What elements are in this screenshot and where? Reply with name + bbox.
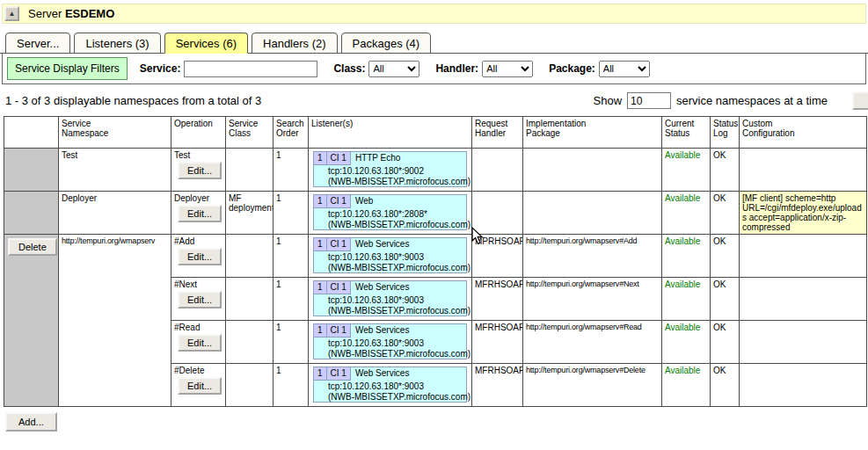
search-order-cell: 1: [274, 321, 309, 364]
listener-conversation: CI 1: [326, 280, 351, 294]
handler-filter-select[interactable]: All: [482, 61, 533, 77]
operation-cell: Test Edit...: [171, 149, 226, 192]
listener-endpoint: tcp:10.120.63.180*:2808*: [314, 208, 466, 219]
custom-configuration-cell: [740, 321, 867, 364]
operation-cell: #Delete Edit...: [171, 364, 226, 407]
operation-cell: Deployer Edit...: [171, 192, 226, 235]
server-name: ESDEMO: [65, 7, 114, 20]
operation-name: #Add: [174, 236, 222, 246]
edit-button[interactable]: Edit...: [178, 205, 222, 222]
column-header-implementation-package: Implementation Package: [523, 117, 662, 149]
listeners-cell: 1 CI 1 Web Services tcp:10.120.63.180*:9…: [309, 278, 472, 321]
listener-endpoint: tcp:10.120.63.180*:9003: [314, 294, 466, 305]
column-header-listeners: Listener(s): [309, 117, 472, 149]
listener-index: 1: [313, 237, 327, 251]
search-order-cell: 1: [274, 364, 309, 407]
add-service-button[interactable]: Add...: [5, 412, 57, 432]
filter-panel-label: Service Display Filters: [7, 57, 128, 80]
edit-button[interactable]: Edit...: [178, 377, 222, 395]
current-status-cell: Available: [662, 235, 711, 278]
namespace-cell: Test: [59, 149, 171, 192]
server-titlebar: ▲ Server ESDEMO: [2, 4, 866, 24]
custom-configuration-cell: [740, 364, 867, 407]
actions-cell: Delete: [4, 235, 59, 407]
implementation-package-cell: http://tempuri.org/wmapserv#Delete: [523, 364, 662, 407]
listener-index: 1: [313, 194, 327, 208]
handler-filter-label: Handler:: [435, 62, 478, 75]
status-log-cell: OK: [711, 149, 740, 192]
listener-name: Web Services: [351, 238, 414, 251]
listener-box: 1 CI 1 HTTP Echo tcp:10.120.63.180*:9002…: [313, 151, 467, 187]
column-header-operation: Operation: [171, 117, 226, 149]
implementation-package-cell: http://tempuri.org/wmapserv#Add: [523, 235, 662, 278]
implementation-package-cell: http://tempuri.org/wmapserv#Next: [523, 278, 662, 321]
custom-configuration-cell: [740, 235, 867, 278]
listener-conversation: CI 1: [326, 323, 351, 338]
listener-conversation: CI 1: [326, 237, 351, 251]
operation-cell: #Add Edit...: [171, 235, 226, 278]
status-log-cell: OK: [711, 235, 740, 278]
listener-box: 1 CI 1 Web Services tcp:10.120.63.180*:9…: [313, 237, 467, 273]
request-handler-cell: MFRHSOAP: [472, 321, 523, 364]
tab-listeners[interactable]: Listeners (3): [74, 33, 160, 54]
namespace-cell: http://tempuri.org/wmapserv: [59, 235, 171, 407]
show-count-input[interactable]: [627, 92, 671, 109]
page-title: Server ESDEMO: [28, 7, 114, 20]
listener-endpoint: tcp:10.120.63.180*:9003: [314, 251, 466, 262]
listener-host: (NWB-MBISSETXP.microfocus.com): [314, 262, 466, 272]
current-status-cell: Available: [662, 192, 711, 235]
operation-name: #Delete: [174, 366, 222, 375]
request-handler-cell: [472, 149, 523, 192]
package-filter-select[interactable]: All: [599, 61, 650, 77]
class-filter-select[interactable]: All: [368, 61, 419, 77]
table-header-row: Service Namespace Operation Service Clas…: [4, 117, 867, 149]
search-order-cell: 1: [274, 235, 309, 278]
table-row-deployer: Deployer Deployer Edit... MF deployment …: [4, 192, 867, 235]
delete-button[interactable]: Delete: [8, 238, 57, 256]
listeners-cell: 1 CI 1 Web Services tcp:10.120.63.180*:9…: [309, 364, 472, 407]
status-log-cell: OK: [711, 192, 740, 235]
edit-button[interactable]: Edit...: [178, 248, 222, 265]
tab-bar: Server... Listeners (3) Services (6) Han…: [0, 24, 868, 54]
listener-index: 1: [313, 280, 327, 294]
show-label: Show: [594, 94, 623, 107]
column-header-request-handler: Request Handler: [472, 117, 523, 149]
operation-cell: #Next Edit...: [171, 278, 226, 321]
service-class-cell: [226, 321, 274, 364]
apply-show-count-button[interactable]: [852, 91, 868, 110]
implementation-package-cell: [523, 192, 662, 235]
listener-name: Web: [351, 195, 377, 208]
tab-handlers[interactable]: Handlers (2): [252, 33, 338, 54]
listener-conversation: CI 1: [326, 151, 351, 165]
actions-cell: [4, 192, 59, 235]
current-status-cell: Available: [662, 364, 711, 407]
listener-endpoint: tcp:10.120.63.180*:9003: [314, 381, 466, 391]
listener-index: 1: [313, 367, 327, 381]
tab-server[interactable]: Server...: [5, 33, 70, 54]
listener-box: 1 CI 1 Web Services tcp:10.120.63.180*:9…: [313, 323, 467, 359]
tab-services[interactable]: Services (6): [164, 33, 248, 54]
listener-endpoint: tcp:10.120.63.180*:9002: [314, 165, 466, 176]
listener-conversation: CI 1: [326, 367, 351, 381]
custom-configuration-cell: [MF client] scheme=http URL=/cgi/mfdeplo…: [740, 192, 867, 235]
listener-box: 1 CI 1 Web tcp:10.120.63.180*:2808* (NWB…: [313, 194, 467, 230]
listener-index: 1: [313, 151, 327, 165]
status-log-cell: OK: [711, 364, 740, 407]
listener-conversation: CI 1: [326, 194, 351, 208]
service-filter-input[interactable]: [184, 61, 317, 77]
search-order-cell: 1: [274, 192, 309, 235]
edit-button[interactable]: Edit...: [178, 334, 222, 352]
listener-box: 1 CI 1 Web Services tcp:10.120.63.180*:9…: [313, 367, 467, 403]
service-display-filters-bar: Service Display Filters Service: Class: …: [2, 54, 866, 84]
operation-name: #Next: [174, 279, 222, 289]
listener-host: (NWB-MBISSETXP.microfocus.com): [314, 219, 466, 229]
collapse-triangle-button[interactable]: ▲: [4, 6, 19, 21]
tab-packages[interactable]: Packages (4): [341, 33, 432, 54]
service-class-cell: [226, 149, 274, 192]
status-log-cell: OK: [711, 321, 740, 364]
edit-button[interactable]: Edit...: [178, 162, 222, 179]
edit-button[interactable]: Edit...: [178, 291, 222, 308]
listener-index: 1: [313, 323, 327, 338]
request-handler-cell: MPRHSOAP: [472, 235, 523, 278]
request-handler-cell: MFRHSOAP: [472, 278, 523, 321]
